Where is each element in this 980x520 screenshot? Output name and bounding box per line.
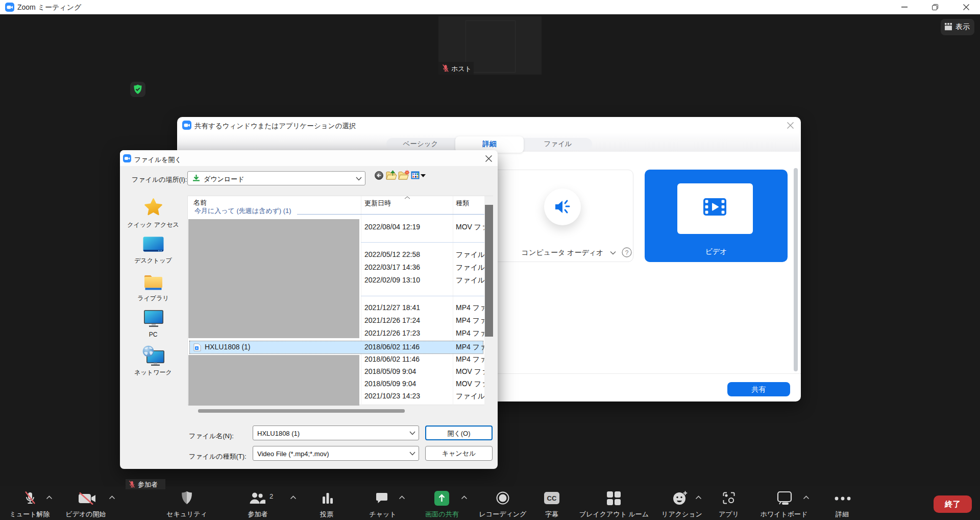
svg-text:CC: CC	[547, 494, 557, 502]
svg-text:?: ?	[625, 249, 629, 256]
